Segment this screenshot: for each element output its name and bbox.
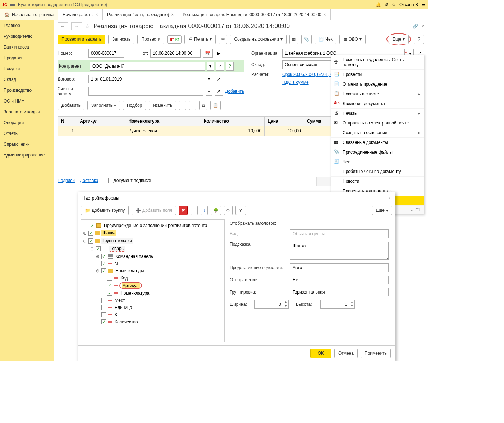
dropdown-icon[interactable]: ▾ [207,62,214,70]
col-n[interactable]: N [58,117,77,126]
sidebar-item[interactable]: Администрирование [0,150,54,160]
related-docs-icon[interactable]: ▦ [289,35,298,44]
cancel-button[interactable]: Отмена [334,349,358,358]
attach-icon[interactable]: 📎 [301,35,312,44]
tree-checkbox[interactable] [101,268,106,273]
number-input[interactable] [88,49,124,58]
menu-files[interactable]: 📎Присоединенные файлы [331,147,424,157]
menu-mark-delete[interactable]: 🗑Пометить на удаление / Снять пометку [331,55,424,70]
move-up-icon[interactable]: ↑ [179,101,186,110]
menu-create-based[interactable]: Создать на основании▸ [331,128,424,138]
tree-checkbox[interactable] [90,223,95,228]
help-button[interactable]: ? [414,35,424,44]
grouping-select[interactable] [290,288,389,296]
col-qty[interactable]: Количество [201,117,264,126]
write-button[interactable]: Записать [108,35,134,44]
create-based-button[interactable]: Создать на основании ▾ [230,35,287,44]
move-up-icon[interactable]: ↑ [191,206,198,215]
add-group-button[interactable]: 📁 Добавить группу [81,206,129,215]
help-button[interactable]: ? [235,206,246,215]
more-button[interactable]: Еще ▾ [372,206,392,215]
show-header-checkbox[interactable] [290,221,295,226]
menu-related[interactable]: ▦Связанные документы [331,138,424,147]
home-tab[interactable]: 🏠 Начальная страница [0,9,58,20]
col-nom[interactable]: Номенклатура [125,117,201,126]
sidebar-item[interactable]: Продажи [0,53,54,63]
add-link[interactable]: Добавить [225,89,244,94]
post-and-close-button[interactable]: Провести и закрыть [58,35,105,44]
print-button[interactable]: 🖨 Печать ▾ [184,35,216,44]
move-down-icon[interactable]: ↓ [189,101,196,110]
tree-checkbox[interactable] [101,261,106,266]
tree-checkbox[interactable] [88,231,93,236]
contragent-input[interactable] [90,62,205,70]
favorite-icon[interactable]: ☆ [85,22,91,30]
tree-checkbox[interactable] [101,305,106,310]
info-icon[interactable]: ? [226,62,234,70]
menu-email[interactable]: ✉Отправить по электронной почте [331,118,424,128]
user-name[interactable]: Оксана В [399,2,418,7]
calendar-icon[interactable]: 📅 [203,49,213,58]
execute-icon[interactable]: ▶ [215,49,223,58]
tab-sales-doc[interactable]: Реализация товаров: Накладная 0000-00001… [178,9,330,20]
menu-show-list[interactable]: 📋Показать в списке▸ [331,89,424,99]
mail-icon[interactable]: ✉ [219,35,227,44]
menu-post[interactable]: 📑Провести [331,70,424,79]
add-row-button[interactable]: Добавить [58,101,84,110]
hint-textarea[interactable] [290,242,389,260]
expand-icon[interactable]: ⊕ [83,231,87,236]
fill-button[interactable]: Заполнить ▾ [87,101,120,110]
display-select[interactable] [290,276,389,284]
form-tree[interactable]: Предупреждение о заполнении реквизитов п… [81,219,225,342]
open-icon[interactable]: ↗ [216,62,224,70]
col-art[interactable]: Артикул [77,117,125,126]
signs-link[interactable]: Подписи [58,178,75,183]
sidebar-item[interactable]: Главное [0,20,54,31]
width-spinner[interactable]: ▲▼ [254,300,289,309]
tree-checkbox[interactable] [107,283,112,288]
receipt-button[interactable]: 🧾 Чек [315,35,336,44]
menu-receipt[interactable]: 🧾Чек [331,157,424,167]
tree-icon[interactable]: 🌳 [211,206,221,215]
paste-icon[interactable]: 📋 [210,101,221,110]
sidebar-item[interactable]: Склад [0,74,54,85]
close-icon[interactable]: × [96,12,98,17]
close-icon[interactable]: × [171,12,174,17]
close-icon[interactable]: × [324,12,326,17]
tree-checkbox[interactable] [88,238,93,244]
expand-icon[interactable]: ⊕ [96,254,100,259]
menu-unpost[interactable]: 📄Отменить проведение [331,79,424,89]
collapse-icon[interactable]: ⊖ [83,238,87,244]
signed-checkbox[interactable] [104,178,109,183]
edo-button[interactable]: ▦ ЭДО ▾ [339,35,366,44]
col-price[interactable]: Цена [265,117,304,126]
star-icon[interactable]: ☆ [392,2,396,7]
tree-checkbox[interactable] [101,254,106,259]
sidebar-item[interactable]: ОС и НМА [0,96,54,106]
tree-checkbox[interactable] [107,291,112,296]
height-spinner[interactable]: ▲▼ [320,300,355,309]
sidebar-item[interactable]: Руководителю [0,31,54,42]
delivery-link[interactable]: Доставка [80,178,98,183]
sidebar-item[interactable]: Производство [0,85,54,96]
bell-icon[interactable]: 🔔 [376,2,381,7]
tab-getting-started[interactable]: Начало работы× [58,9,103,20]
close-icon[interactable]: × [388,196,391,201]
menu-print[interactable]: 🖨Печать▸ [331,109,424,118]
post-button[interactable]: Провести [137,35,164,44]
delete-icon[interactable]: ✖ [179,206,188,215]
tree-checkbox[interactable] [107,276,112,281]
open-icon[interactable]: ↗ [215,75,223,83]
select-button[interactable]: Подбор [123,101,146,110]
more-button[interactable]: Еще ▾ [389,35,409,44]
open-icon[interactable]: ↗ [215,87,223,96]
menu-receipts-by-doc[interactable]: Пробитые чеки по документу [331,167,424,177]
contract-input[interactable] [88,75,203,83]
back-button[interactable]: ← [58,22,68,30]
change-button[interactable]: Изменить [149,101,176,110]
tree-checkbox[interactable] [101,298,106,303]
debit-credit-icon[interactable]: ДтКт [167,35,182,44]
dropdown-icon[interactable]: ▾ [206,75,212,83]
tab-sales-list[interactable]: Реализация (акты, накладные)× [103,9,178,20]
vat-link[interactable]: НДС в сумме [282,80,309,85]
